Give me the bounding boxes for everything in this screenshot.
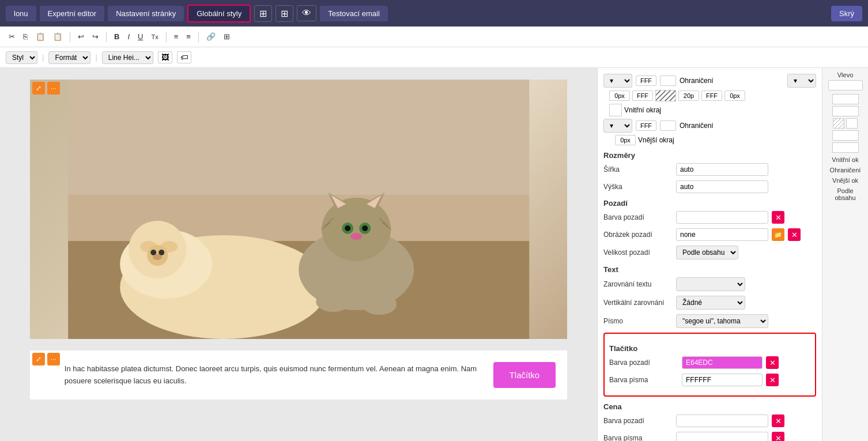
btn-globalni[interactable]: Globální styly [187,5,251,22]
pismo-row: Písmo "segoe ui", tahoma [603,314,816,328]
link-btn[interactable]: 🔗 [203,31,218,42]
border-width-input1[interactable] [660,76,676,86]
icon-grid2[interactable]: ⊞ [276,5,293,22]
extra-btn[interactable]: ⊞ [221,31,233,42]
border-color-input1[interactable] [636,76,656,86]
tlacitko-section: Tlačítko Barva pozadí ✕ Barva písma ✕ [603,333,816,397]
sep5: | [42,53,44,62]
cena-barva-pozadi-row: Barva pozadí ✕ [603,414,816,427]
text-more-btn[interactable]: ··· [47,353,60,365]
vyska-label: Výška [603,183,673,191]
text-resize-btn[interactable]: ⤢ [32,353,45,365]
border-select2[interactable]: ▾ [787,74,816,88]
small-boxes-area [826,94,865,153]
tag-btn[interactable]: 🏷 [177,51,191,63]
svg-point-27 [362,294,397,315]
italic-btn[interactable]: I [124,31,133,42]
cena-font-clear[interactable]: ✕ [772,432,784,441]
icon-grid1[interactable]: ⊞ [254,5,272,22]
text-paragraph: In hac habitasse platea dictumst. Donec … [65,363,482,387]
tlacitko-font-clear[interactable]: ✕ [766,374,779,386]
velikost-select[interactable]: Podle obsahu [676,246,738,259]
border-select1[interactable]: ▾ [603,74,632,88]
pozadi-title: Pozadí [603,199,816,208]
sep1 [70,32,70,42]
styl-select[interactable]: Styl [6,51,37,64]
icon-eye[interactable]: 👁 [297,5,316,21]
vnitrni-okraj-label: Vnitřní okraj [624,106,661,114]
tlacitko-barva-pozadi-row: Barva pozadí ✕ [609,356,810,369]
image-block [30,80,567,339]
vnitrni-ok-box: Vnitřní ok [826,156,865,163]
sb1 [832,94,859,104]
obrazek-folder-btn[interactable]: 📁 [772,228,784,241]
underline-btn[interactable]: U [135,31,146,42]
border-color3[interactable] [701,91,722,101]
strikethrough-btn[interactable]: Tx [148,32,161,42]
btn-expertni[interactable]: Expertní editor [40,6,105,21]
border-extra[interactable] [724,91,745,101]
img-btn[interactable]: 🖼 [158,51,172,63]
far-right-panel: Vlevo Vnitřní ok Ohraničení Vnější ok Po… [822,68,868,441]
zarovnani-select[interactable] [676,277,745,291]
svg-point-9 [158,250,164,255]
vlevo-input[interactable] [828,80,863,91]
pismo-label: Písmo [603,317,673,325]
image-resize-btn[interactable]: ⤢ [32,82,45,95]
zarovnani-textu-label: Zarovnání textu [603,280,673,288]
sep4 [198,32,199,42]
btn-lonu[interactable]: lonu [6,6,36,21]
editor-toolbar: ✂ ⎘ 📋 📋 ↩ ↪ B I U Tx ≡ ≡ 🔗 ⊞ [0,27,868,47]
obrazek-clear-btn[interactable]: ✕ [788,228,801,241]
vyska-input[interactable] [676,180,768,193]
sirka-label: Šířka [603,165,673,174]
lineheight-select[interactable]: Line Hei... [102,51,153,64]
cena-font-input[interactable] [676,432,768,441]
vyska-row: Výška [603,180,816,193]
tlacitko-title: Tlačítko [609,344,810,353]
sep3 [166,32,167,42]
pismo-select[interactable]: "segoe ui", tahoma [676,314,768,328]
vertikalni-select[interactable]: Žádné [676,296,745,310]
border-right-input[interactable] [678,91,699,101]
btn-testovaci[interactable]: Testovací email [320,6,388,21]
border-color2[interactable] [632,91,653,101]
obrazek-pozadi-label: Obrázek pozadí [603,231,673,239]
image-more-btn[interactable]: ··· [47,82,60,95]
paste2-btn[interactable]: 📋 [50,31,65,42]
format-select[interactable]: Formát [48,51,90,64]
btn-nastaveni[interactable]: Nastavení stránky [108,6,184,21]
podle-obsahu-label: Podle obsahu [826,187,865,201]
obrazek-pozadi-input[interactable] [676,228,768,241]
cena-bg-clear[interactable]: ✕ [772,414,784,427]
barva-pozadi-input[interactable] [676,211,768,224]
tlacitko-bg-input[interactable] [682,356,763,369]
canvas-scroll[interactable]: ⤢ ··· [0,68,597,441]
cut-btn[interactable]: ✂ [6,31,18,42]
svg-rect-28 [68,80,529,195]
image-block-controls: ⤢ ··· [32,82,60,95]
border-top-input[interactable] [609,91,630,101]
sirka-input[interactable] [676,163,768,176]
border-select3[interactable]: ▾ [603,119,632,133]
tlacitko-bg-clear[interactable]: ✕ [766,356,779,369]
copy-btn[interactable]: ⎘ [20,31,31,42]
tlacitko-button[interactable]: Tlačítko [493,362,556,388]
bold-btn[interactable]: B [111,31,122,42]
outer-border-input[interactable] [615,135,636,145]
btn-skry[interactable]: Skrý [831,6,862,21]
redo-btn[interactable]: ↪ [89,31,101,42]
ohraniceni-label2: Ohraničení [680,122,714,130]
border-width2[interactable] [660,120,676,131]
list1-btn[interactable]: ≡ [171,31,182,42]
paste-btn[interactable]: 📋 [33,31,48,42]
cena-bg-input[interactable] [676,414,768,427]
tlacitko-font-input[interactable] [682,374,763,386]
undo-btn[interactable]: ↩ [75,31,87,42]
list2-btn[interactable]: ≡ [183,31,194,42]
barva-pozadi-clear[interactable]: ✕ [772,211,784,224]
border-color4[interactable] [636,120,656,131]
svg-point-26 [316,291,350,312]
text-title: Text [603,265,816,274]
svg-point-19 [345,225,350,231]
